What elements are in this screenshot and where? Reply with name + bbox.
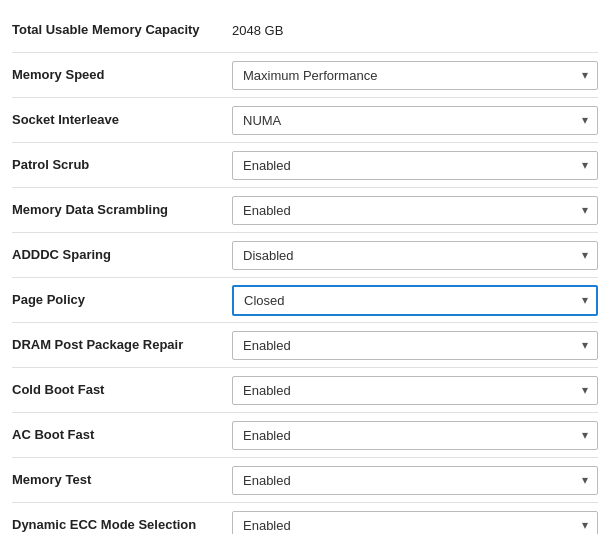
select-adddc-sparing[interactable]: DisabledEnabled	[232, 241, 598, 270]
select-wrapper-page-policy: ClosedOpenAdaptive▾	[232, 285, 598, 316]
label-memory-data-scrambling: Memory Data Scrambling	[12, 202, 232, 219]
value-total-usable-memory: 2048 GB	[232, 23, 283, 38]
select-page-policy[interactable]: ClosedOpenAdaptive	[232, 285, 598, 316]
select-patrol-scrub[interactable]: EnabledDisabled	[232, 151, 598, 180]
setting-row-socket-interleave: Socket InterleaveNUMAUMA▾	[12, 98, 598, 143]
setting-row-dynamic-ecc-mode-selection: Dynamic ECC Mode SelectionEnabledDisable…	[12, 503, 598, 534]
select-wrapper-memory-data-scrambling: EnabledDisabled▾	[232, 196, 598, 225]
select-cold-boot-fast[interactable]: EnabledDisabled	[232, 376, 598, 405]
select-wrapper-memory-test: EnabledDisabled▾	[232, 466, 598, 495]
setting-row-ac-boot-fast: AC Boot FastEnabledDisabled▾	[12, 413, 598, 458]
select-socket-interleave[interactable]: NUMAUMA	[232, 106, 598, 135]
select-wrapper-socket-interleave: NUMAUMA▾	[232, 106, 598, 135]
settings-container: Total Usable Memory Capacity2048 GBMemor…	[0, 0, 610, 534]
select-dynamic-ecc-mode-selection[interactable]: EnabledDisabled	[232, 511, 598, 535]
select-ac-boot-fast[interactable]: EnabledDisabled	[232, 421, 598, 450]
select-wrapper-dynamic-ecc-mode-selection: EnabledDisabled▾	[232, 511, 598, 535]
select-dram-post-package-repair[interactable]: EnabledDisabled	[232, 331, 598, 360]
select-wrapper-memory-speed: Maximum PerformanceBalancedEfficiency Op…	[232, 61, 598, 90]
label-total-usable-memory: Total Usable Memory Capacity	[12, 22, 232, 39]
setting-row-memory-data-scrambling: Memory Data ScramblingEnabledDisabled▾	[12, 188, 598, 233]
select-wrapper-adddc-sparing: DisabledEnabled▾	[232, 241, 598, 270]
label-dram-post-package-repair: DRAM Post Package Repair	[12, 337, 232, 354]
label-adddc-sparing: ADDDC Sparing	[12, 247, 232, 264]
label-page-policy: Page Policy	[12, 292, 232, 309]
label-dynamic-ecc-mode-selection: Dynamic ECC Mode Selection	[12, 517, 232, 534]
select-wrapper-ac-boot-fast: EnabledDisabled▾	[232, 421, 598, 450]
label-memory-test: Memory Test	[12, 472, 232, 489]
select-wrapper-cold-boot-fast: EnabledDisabled▾	[232, 376, 598, 405]
setting-row-cold-boot-fast: Cold Boot FastEnabledDisabled▾	[12, 368, 598, 413]
label-patrol-scrub: Patrol Scrub	[12, 157, 232, 174]
label-cold-boot-fast: Cold Boot Fast	[12, 382, 232, 399]
select-wrapper-dram-post-package-repair: EnabledDisabled▾	[232, 331, 598, 360]
label-memory-speed: Memory Speed	[12, 67, 232, 84]
setting-row-adddc-sparing: ADDDC SparingDisabledEnabled▾	[12, 233, 598, 278]
select-memory-speed[interactable]: Maximum PerformanceBalancedEfficiency Op…	[232, 61, 598, 90]
select-memory-data-scrambling[interactable]: EnabledDisabled	[232, 196, 598, 225]
select-memory-test[interactable]: EnabledDisabled	[232, 466, 598, 495]
setting-row-memory-speed: Memory SpeedMaximum PerformanceBalancedE…	[12, 53, 598, 98]
setting-row-patrol-scrub: Patrol ScrubEnabledDisabled▾	[12, 143, 598, 188]
setting-row-page-policy: Page PolicyClosedOpenAdaptive▾	[12, 278, 598, 323]
setting-row-memory-test: Memory TestEnabledDisabled▾	[12, 458, 598, 503]
setting-row-dram-post-package-repair: DRAM Post Package RepairEnabledDisabled▾	[12, 323, 598, 368]
label-ac-boot-fast: AC Boot Fast	[12, 427, 232, 444]
label-socket-interleave: Socket Interleave	[12, 112, 232, 129]
select-wrapper-patrol-scrub: EnabledDisabled▾	[232, 151, 598, 180]
setting-row-total-usable-memory: Total Usable Memory Capacity2048 GB	[12, 8, 598, 53]
